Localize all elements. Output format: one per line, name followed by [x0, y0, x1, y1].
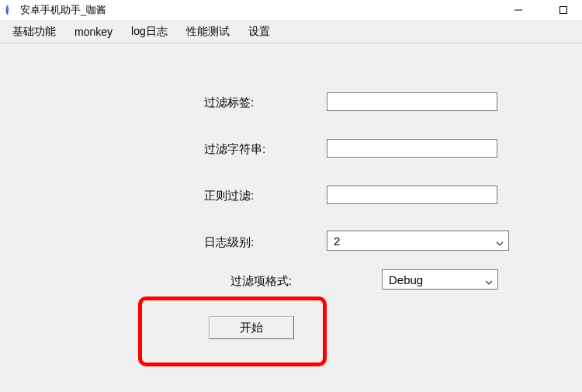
app-icon: [5, 5, 16, 16]
filter-tag-input[interactable]: [327, 92, 497, 111]
menu-log[interactable]: log日志: [126, 23, 172, 40]
log-level-label: 日志级别:: [204, 235, 254, 250]
menu-monkey[interactable]: monkey: [70, 24, 117, 40]
menu-settings[interactable]: 设置: [244, 23, 275, 40]
filter-format-label: 过滤项格式:: [230, 274, 292, 289]
log-level-value: 2: [334, 234, 340, 248]
menu-performance[interactable]: 性能测试: [182, 23, 234, 40]
regex-filter-label: 正则过滤:: [204, 189, 254, 203]
menubar: 基础功能 monkey log日志 性能测试 设置: [0, 20, 582, 43]
log-level-select[interactable]: 2: [327, 231, 509, 251]
chevron-down-icon: [485, 276, 493, 283]
filter-string-input[interactable]: [327, 139, 497, 158]
minimize-button[interactable]: [508, 2, 529, 18]
filter-tag-label: 过滤标签:: [204, 95, 254, 110]
start-button-label: 开始: [240, 321, 263, 335]
filter-format-select[interactable]: Debug: [382, 269, 498, 290]
maximize-button[interactable]: [553, 2, 574, 18]
window-controls: [508, 0, 574, 20]
chevron-down-icon: [496, 237, 504, 245]
menu-basic[interactable]: 基础功能: [8, 23, 61, 40]
filter-string-label: 过滤字符串:: [204, 142, 265, 157]
svg-rect-1: [560, 7, 567, 14]
regex-filter-input[interactable]: [327, 186, 497, 204]
filter-format-value: Debug: [389, 273, 423, 286]
start-button[interactable]: 开始: [209, 316, 294, 339]
window-title: 安卓手机助手_咖酱: [20, 3, 106, 17]
titlebar: 安卓手机助手_咖酱: [0, 0, 582, 20]
client-area: 过滤标签: 过滤字符串: 正则过滤: 日志级别: 2 过滤项格式: Debug …: [0, 43, 582, 392]
